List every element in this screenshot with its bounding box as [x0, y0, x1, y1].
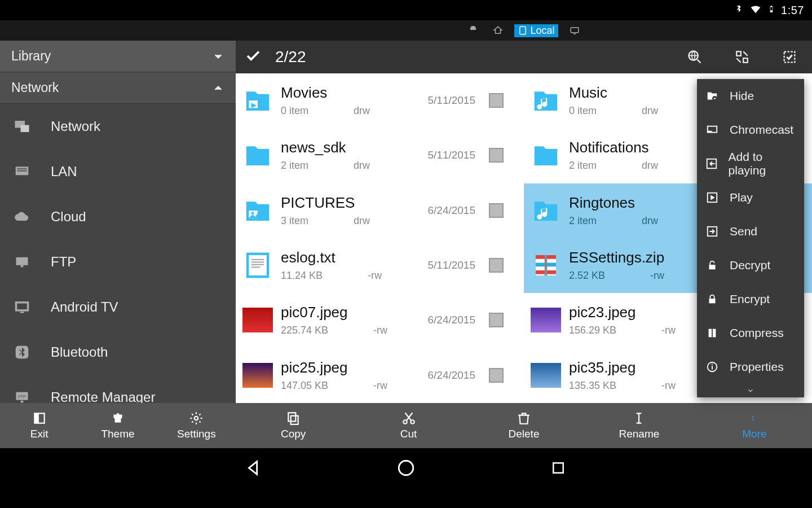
file-cell[interactable]: Movies 0 itemdrw 5/11/2015 — [236, 73, 524, 128]
sidebar-item-bluetooth[interactable]: Bluetooth — [0, 330, 236, 375]
sidebar-item-label: Network — [51, 119, 100, 134]
menu-item-label: Send — [730, 225, 757, 238]
sidebar-bottom-bar: Exit Theme Settings — [0, 403, 236, 448]
svg-rect-7 — [17, 168, 27, 170]
menu-item-icon — [705, 122, 720, 137]
rename-icon — [632, 411, 646, 426]
file-cell[interactable]: eslog.txt 11.24 KB-rw 5/11/2015 — [236, 238, 524, 293]
file-cell[interactable]: pic25.jpeg 147.05 KB-rw 6/24/2015 — [236, 348, 524, 403]
svg-rect-31 — [251, 266, 261, 268]
file-checkbox[interactable] — [489, 258, 504, 273]
file-date: 5/11/2015 — [413, 94, 475, 107]
delete-button[interactable]: Delete — [466, 403, 581, 448]
file-thumb — [242, 140, 273, 170]
exit-label: Exit — [30, 428, 48, 440]
menu-item-decrypt[interactable]: Decrypt — [697, 248, 804, 282]
sidebar-section-library[interactable]: Library — [0, 41, 236, 72]
sidebar-section-network[interactable]: Network — [0, 72, 236, 104]
remote-manager-icon: FTP — [10, 388, 34, 403]
wifi-icon — [749, 3, 762, 18]
svg-rect-1 — [520, 27, 526, 34]
copy-icon — [286, 411, 301, 426]
delete-label: Delete — [509, 428, 540, 440]
nav-back-button[interactable] — [242, 457, 265, 479]
theme-icon — [111, 411, 125, 426]
file-meta-size: 2 item — [569, 215, 597, 227]
exit-icon — [32, 411, 47, 426]
file-cell[interactable]: PICTURES 3 itemdrw 6/24/2015 — [236, 183, 524, 238]
file-date: 6/24/2015 — [413, 369, 475, 382]
menu-item-properties[interactable]: Properties — [697, 350, 804, 384]
file-name: pic23.jpeg — [569, 304, 694, 321]
file-meta-perm: -rw — [661, 325, 676, 336]
sidebar-item-label: Remote Manager — [51, 389, 155, 403]
nav-home-button[interactable] — [395, 457, 417, 479]
rename-button[interactable]: Rename — [581, 403, 696, 448]
search-globe-icon[interactable] — [681, 43, 708, 71]
menu-item-label: Hide — [730, 89, 754, 103]
file-meta-size: 11.24 KB — [281, 270, 323, 282]
file-checkbox[interactable] — [489, 93, 504, 108]
cut-button[interactable]: Cut — [351, 403, 466, 448]
file-checkbox[interactable] — [489, 148, 504, 163]
copy-label: Copy — [281, 428, 306, 440]
selection-check-icon[interactable] — [245, 47, 262, 67]
svg-rect-12 — [20, 312, 24, 313]
menu-item-hide[interactable]: Hide — [697, 79, 804, 113]
file-meta-size: 2 item — [281, 160, 308, 172]
tab-device-icon[interactable] — [566, 25, 583, 36]
svg-rect-11 — [16, 303, 28, 310]
svg-rect-47 — [714, 98, 716, 99]
svg-rect-58 — [712, 366, 713, 369]
menu-item-chromecast[interactable]: Chromecast — [697, 113, 804, 147]
file-cell[interactable]: news_sdk 2 itemdrw 5/11/2015 — [236, 128, 524, 183]
view-mode-icon[interactable] — [729, 43, 756, 71]
sidebar-item-network[interactable]: Network — [0, 104, 236, 149]
tab-android-icon[interactable] — [465, 25, 482, 36]
menu-item-send[interactable]: Send — [697, 214, 804, 248]
file-date: 5/11/2015 — [413, 259, 475, 271]
svg-rect-59 — [712, 364, 713, 365]
file-name: news_sdk — [281, 139, 405, 156]
nav-recent-button[interactable] — [547, 457, 570, 479]
content-bottom-bar: Copy Cut Delete Rename More — [236, 403, 812, 448]
menu-item-compress[interactable]: Compress — [697, 316, 804, 350]
menu-scroll-indicator[interactable] — [697, 384, 804, 397]
sidebar-item-ftp[interactable]: FTP — [0, 239, 236, 284]
context-menu: HideChromecastAdd to playingPlaySendDecr… — [697, 79, 804, 397]
svg-rect-16 — [21, 401, 24, 403]
file-checkbox[interactable] — [489, 313, 504, 327]
file-meta-size: 0 item — [281, 105, 308, 117]
menu-item-play[interactable]: Play — [697, 181, 804, 214]
settings-button[interactable]: Settings — [157, 403, 236, 448]
sidebar-item-lan[interactable]: LAN — [0, 149, 236, 194]
file-date: 6/24/2015 — [413, 204, 475, 217]
file-name: ESSettings.zip — [569, 249, 694, 266]
menu-item-add-to-playing[interactable]: Add to playing — [697, 147, 804, 181]
copy-button[interactable]: Copy — [236, 403, 351, 448]
svg-point-19 — [195, 417, 198, 421]
sidebar-item-androidtv[interactable]: Android TV — [0, 284, 236, 330]
menu-item-label: Encrypt — [730, 292, 770, 306]
file-checkbox[interactable] — [489, 368, 504, 383]
file-meta-size: 225.74 KB — [281, 325, 328, 336]
file-meta-size: 156.29 KB — [569, 325, 616, 336]
menu-item-encrypt[interactable]: Encrypt — [697, 282, 804, 316]
theme-button[interactable]: Theme — [78, 403, 157, 448]
file-thumb — [531, 85, 561, 116]
file-thumb — [242, 250, 273, 281]
tab-local[interactable]: Local — [514, 24, 558, 37]
tab-home-icon[interactable] — [489, 25, 506, 36]
select-all-icon[interactable] — [776, 43, 803, 71]
exit-button[interactable]: Exit — [0, 403, 78, 448]
android-status-bar: 1:57 — [0, 0, 812, 20]
tv-icon — [10, 297, 34, 317]
sidebar-item-cloud[interactable]: Cloud — [0, 194, 236, 239]
more-button[interactable]: More — [697, 403, 812, 448]
menu-item-icon — [705, 156, 718, 171]
sidebar-item-remote-manager[interactable]: FTP Remote Manager — [0, 375, 236, 403]
file-checkbox[interactable] — [489, 203, 504, 218]
file-thumb — [242, 195, 273, 226]
file-meta-size: 0 item — [569, 105, 597, 117]
file-cell[interactable]: pic07.jpeg 225.74 KB-rw 6/24/2015 — [236, 293, 524, 348]
